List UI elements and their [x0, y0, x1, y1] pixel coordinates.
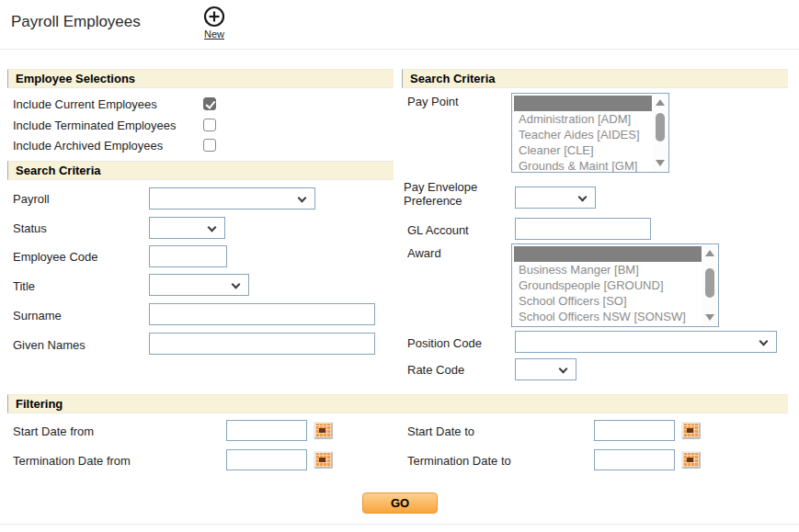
start-date-from-label: Start Date from [13, 424, 94, 438]
scroll-up-icon[interactable] [705, 250, 714, 256]
chevron-down-icon [559, 365, 568, 374]
pay-point-listbox[interactable]: Administration [ADM] Teacher Aides [AIDE… [511, 93, 669, 173]
surname-input[interactable] [149, 303, 375, 325]
chevron-down-icon [298, 194, 307, 203]
award-option[interactable]: School Officers [SO] [513, 293, 702, 309]
rate-code-select[interactable] [515, 358, 576, 380]
title-select[interactable] [149, 274, 249, 296]
gl-account-input[interactable] [515, 218, 651, 240]
new-button-label: New [199, 28, 230, 40]
gl-account-label: GL Account [407, 223, 469, 237]
scrollbar-thumb[interactable] [705, 268, 714, 298]
include-current-checkbox[interactable] [203, 97, 216, 110]
award-options: Business Manger [BM] Groundspeople [GROU… [513, 245, 702, 325]
start-date-to-label: Start Date to [407, 424, 474, 438]
new-button[interactable]: New [199, 6, 230, 40]
pay-point-option[interactable]: Cleaner [CLE] [513, 142, 653, 158]
given-names-label: Given Names [13, 338, 86, 352]
award-listbox[interactable]: Business Manger [BM] Groundspeople [GROU… [511, 243, 719, 327]
employee-code-input[interactable] [149, 245, 227, 267]
include-terminated-checkbox[interactable] [203, 119, 216, 131]
award-scrollbar[interactable] [702, 245, 717, 325]
pay-point-label: Pay Point [407, 95, 459, 108]
status-select[interactable] [149, 217, 225, 239]
page-title: Payroll Employees [11, 13, 141, 31]
scroll-down-icon[interactable] [705, 314, 714, 321]
award-label: Award [407, 246, 441, 260]
termination-date-to-input[interactable] [594, 449, 675, 470]
payroll-employees-page: Payroll Employees New Employee Selection… [0, 0, 799, 532]
termination-date-to-label: Termination Date to [407, 454, 511, 468]
start-date-from-input[interactable] [226, 420, 307, 441]
surname-label: Surname [13, 309, 62, 323]
pay-point-scrollbar[interactable] [653, 95, 668, 171]
start-date-from-calendar-icon[interactable] [314, 422, 333, 439]
search-criteria-left-header: Search Criteria [7, 161, 394, 180]
given-names-input[interactable] [149, 333, 375, 355]
payroll-label: Payroll [13, 192, 50, 206]
pay-envelope-preference-select[interactable] [515, 187, 596, 209]
start-date-to-calendar-icon[interactable] [681, 422, 701, 439]
termination-date-from-input[interactable] [226, 449, 307, 470]
position-code-select[interactable] [515, 331, 777, 353]
scroll-up-icon[interactable] [656, 99, 665, 106]
pay-point-option[interactable]: Grounds & Maint [GM] [513, 158, 653, 173]
search-criteria-right-header: Search Criteria [402, 69, 788, 88]
title-label: Title [13, 279, 35, 293]
payroll-select[interactable] [149, 187, 315, 209]
chevron-down-icon [578, 193, 588, 202]
chevron-down-icon [759, 337, 769, 346]
award-option[interactable]: Groundspeople [GROUND] [513, 277, 702, 293]
award-option[interactable]: Business Manger [BM] [513, 262, 702, 277]
pay-point-option[interactable]: Administration [ADM] [513, 111, 653, 127]
position-code-label: Position Code [407, 336, 482, 350]
pay-point-option-selected[interactable] [514, 96, 652, 111]
scrollbar-thumb[interactable] [656, 113, 665, 141]
employee-code-label: Employee Code [13, 250, 98, 264]
filtering-header: Filtering [7, 394, 788, 413]
award-option-selected[interactable] [514, 246, 702, 262]
termination-date-from-label: Termination Date from [13, 454, 131, 468]
include-terminated-label: Include Terminated Employees [13, 119, 177, 132]
pay-point-option[interactable]: Teacher Aides [AIDES] [513, 127, 653, 142]
include-archived-checkbox[interactable] [203, 139, 216, 152]
pay-envelope-preference-label: Pay Envelope Preference [404, 180, 507, 208]
termination-date-to-calendar-icon[interactable] [681, 451, 701, 469]
status-label: Status [13, 221, 47, 235]
rate-code-label: Rate Code [407, 363, 464, 377]
go-button[interactable]: GO [362, 492, 438, 514]
include-current-label: Include Current Employees [13, 97, 157, 111]
chevron-down-icon [232, 280, 241, 289]
bottom-divider [0, 524, 799, 525]
include-archived-label: Include Archived Employees [13, 139, 163, 153]
scroll-down-icon[interactable] [656, 160, 665, 166]
plus-circle-icon [203, 6, 225, 28]
pay-point-options: Administration [ADM] Teacher Aides [AIDE… [513, 95, 653, 171]
employee-selections-header: Employee Selections [7, 69, 394, 88]
start-date-to-input[interactable] [594, 420, 675, 441]
termination-date-from-calendar-icon[interactable] [314, 451, 333, 469]
chevron-down-icon [208, 223, 217, 232]
award-option[interactable]: School Officers NSW [SONSW] [513, 309, 702, 324]
page-header: Payroll Employees New [0, 0, 799, 50]
